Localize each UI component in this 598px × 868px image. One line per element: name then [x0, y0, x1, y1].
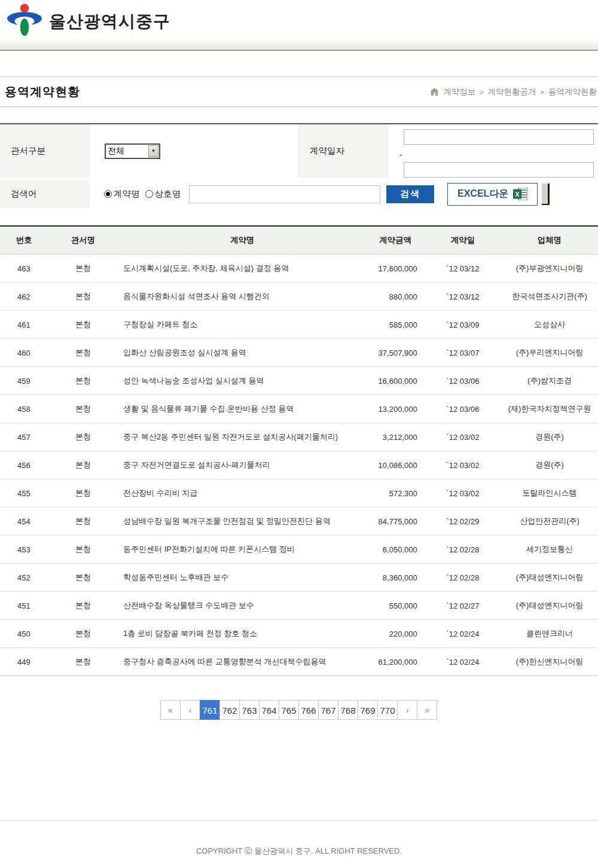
cell-date: `12 02/29 [425, 508, 501, 536]
cell-amount: 10,086,000 [366, 451, 424, 479]
cell-no: 461 [0, 311, 48, 339]
cell-date: `12 03/07 [425, 339, 501, 367]
cell-contract: 산전배수장 옥상물탱크 수도배관 보수 [118, 592, 366, 620]
table-row: 462 본청 음식물자원화시설 석면조사 용역 시행건의 880,000 `12… [0, 283, 598, 311]
cell-office: 본청 [48, 620, 118, 648]
excel-download-button[interactable]: EXCEL다운 X [447, 183, 538, 206]
radio-selected-icon[interactable] [104, 190, 112, 198]
cell-date: `12 03/02 [425, 423, 501, 451]
logo-text: 울산광역시중구 [49, 10, 170, 33]
cell-amount: 6,050,000 [366, 536, 424, 564]
contract-date-to-input[interactable] [404, 162, 594, 178]
breadcrumb-item[interactable]: 계약현황공개 [488, 87, 536, 97]
breadcrumb-item[interactable]: 계약정보 [443, 87, 475, 97]
cell-no: 454 [0, 508, 48, 536]
cell-company: 경원(주) [501, 451, 598, 479]
contract-date-from-input[interactable] [404, 129, 594, 145]
page-number[interactable]: 766 [298, 700, 319, 720]
cell-office: 본청 [48, 423, 118, 451]
cell-no: 451 [0, 592, 48, 620]
page-number[interactable]: 762 [219, 700, 240, 720]
cell-office: 본청 [48, 479, 118, 508]
cell-contract: 음식물자원화시설 석면조사 용역 시행건의 [118, 283, 366, 311]
table-row: 449 본청 중구청사 증축공사에 따른 교통영향분석 개선대책수립용역 61,… [0, 648, 598, 676]
cell-amount: 3,212,000 [366, 423, 424, 451]
select-dropdown-arrow-icon[interactable]: ▼ [148, 145, 158, 157]
cell-contract: 성안 녹색나눔숲 조성사업 실시설계 용역 [118, 367, 366, 395]
pagination: « ‹ 761 762 763 764 765 766 767 768 769 … [0, 700, 598, 720]
cell-contract: 전산장비 수리비 지급 [118, 479, 366, 508]
radio-company-name[interactable]: 상호명 [145, 188, 181, 200]
radio-unselected-icon[interactable] [145, 190, 153, 198]
cell-office: 본청 [48, 648, 118, 676]
cell-office: 본청 [48, 564, 118, 592]
cell-company: 세기정보통신 [501, 536, 598, 564]
cell-date: `12 02/24 [425, 620, 501, 648]
page-number[interactable]: 765 [279, 700, 299, 720]
cell-company: (재)한국자치정책연구원 [501, 395, 598, 423]
cell-company: 경원(주) [501, 423, 598, 451]
page-number[interactable]: 768 [338, 700, 358, 720]
office-type-select[interactable]: 전체 ▼ [105, 143, 160, 159]
cell-amount: 61,200,000 [366, 648, 424, 676]
keyword-label: 검색어 [0, 180, 90, 208]
excel-download-button-label: EXCEL다운 [457, 188, 508, 200]
cell-company: 클린앤크리너 [501, 620, 598, 648]
pagination-last-button[interactable]: » [417, 700, 437, 720]
ulsan-junggu-symbol-icon [6, 3, 43, 40]
cell-contract: 중구 복산2동 주민센터 일원 자전거도로 설치공사(폐기물처리) [118, 423, 366, 451]
table-row: 460 본청 입화산 산림공원조성 실시설계 용역 37,507,900 `12… [0, 339, 598, 367]
site-header: 울산광역시중구 [0, 0, 598, 51]
cell-contract: 학성동주민센터 노후배관 보수 [118, 564, 366, 592]
page-number[interactable]: 764 [259, 700, 279, 720]
cell-date: `12 03/12 [425, 255, 501, 283]
site-logo[interactable]: 울산광역시중구 [0, 0, 197, 40]
table-row: 453 본청 동주민센터 IP전화기설치에 따른 키폰시스템 정비 6,050,… [0, 536, 598, 564]
search-form: 관서구분 전체 ▼ 계약일자 - 검색어 계약명 상호명 검색 [0, 123, 598, 208]
cell-contract: 생활 및 음식물류 폐기물 수집.운반비용 산정 용역 [118, 395, 366, 423]
cell-date: `12 03/06 [425, 395, 501, 423]
cell-amount: 13,200,000 [366, 395, 424, 423]
table-row: 454 본청 성남배수장 일원 복개구조물 안전점검 및 정밀안전진단 용역 8… [0, 508, 598, 536]
cell-office: 본청 [48, 536, 118, 564]
breadcrumb-item-current: 용역계약현황 [548, 87, 597, 97]
cell-company: (주)태성엔지니어링 [501, 592, 598, 620]
page-number[interactable]: 761 [200, 700, 220, 720]
cell-no: 457 [0, 423, 48, 451]
page-number[interactable]: 763 [239, 700, 260, 720]
page-number[interactable]: 769 [358, 700, 378, 720]
copyright-text: COPYRIGHT ⓒ 울산광역시 중구. ALL RIGHT RESERVED… [196, 846, 402, 855]
table-row: 450 본청 1층 로비 담장골 북카페 천정 창호 청소 220,000 `1… [0, 620, 598, 648]
cell-office: 본청 [48, 339, 118, 367]
cell-contract: 중구 자전거연결도로 설치공사-폐기물처리 [118, 451, 366, 479]
pagination-first-button[interactable]: « [160, 700, 181, 720]
cell-company: (주)부광엔지니어링 [501, 255, 598, 283]
page-number[interactable]: 770 [377, 700, 398, 720]
radio-contract-name-label: 계약명 [114, 188, 140, 200]
header-contract: 계약명 [118, 226, 366, 255]
table-header-row: 번호 관서명 계약명 계약금액 계약일 업체명 [0, 226, 598, 255]
page-title: 용역계약현황 [5, 84, 80, 100]
cell-office: 본청 [48, 283, 118, 311]
pagination-next-button[interactable]: › [397, 700, 417, 720]
table-row: 451 본청 산전배수장 옥상물탱크 수도배관 보수 550,000 `12 0… [0, 592, 598, 620]
header-company: 업체명 [501, 226, 598, 255]
cell-no: 450 [0, 620, 48, 648]
cell-no: 462 [0, 283, 48, 311]
keyword-search-input[interactable] [189, 185, 380, 203]
cell-date: `12 03/12 [425, 283, 501, 311]
search-button[interactable]: 검색 [386, 185, 434, 203]
cell-office: 본청 [48, 451, 118, 479]
svg-text:X: X [515, 191, 520, 198]
cell-no: 458 [0, 395, 48, 423]
cell-contract: 중구청사 증축공사에 따른 교통영향분석 개선대책수립용역 [118, 648, 366, 676]
cell-no: 455 [0, 479, 48, 508]
page-number[interactable]: 767 [318, 700, 338, 720]
cell-contract: 도시계획시설(도로, 주차장, 체육시설) 결정 용역 [118, 255, 366, 283]
cell-company: 한국석면조사기관(주) [501, 283, 598, 311]
cell-amount: 8,360,000 [366, 564, 424, 592]
cell-no: 452 [0, 564, 48, 592]
radio-contract-name[interactable]: 계약명 [104, 188, 140, 200]
pagination-prev-button[interactable]: ‹ [180, 700, 200, 720]
cell-office: 본청 [48, 508, 118, 536]
